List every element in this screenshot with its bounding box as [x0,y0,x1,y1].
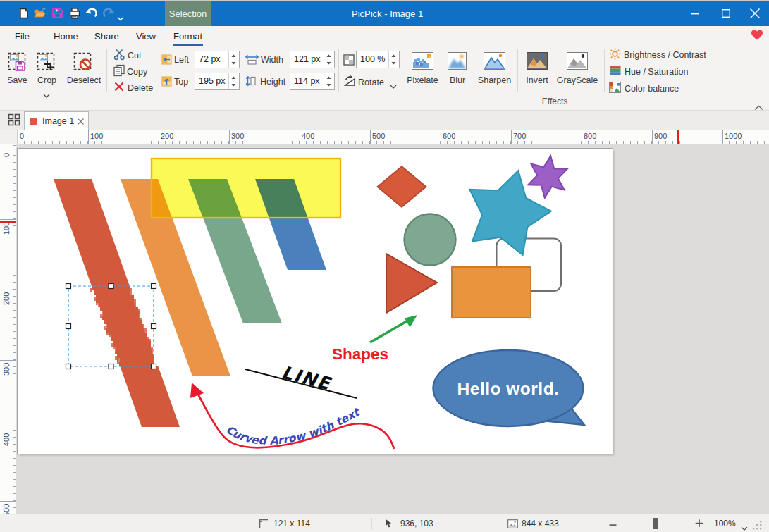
tab-image-1[interactable]: Image 1 [24,111,89,130]
bubble-text: Hello world. [457,379,560,398]
zoom-in-icon[interactable] [695,518,703,531]
rotate-button[interactable]: Rotate [344,76,384,89]
selection-handle-sw[interactable] [66,364,71,369]
pixelated-region [90,286,154,366]
save-button[interactable]: Save [1,75,33,85]
zoom-percent-input[interactable]: 100 % [356,51,400,68]
width-field-label: Width [261,55,283,65]
selection-handle-s[interactable] [109,364,113,369]
speech-bubble: Hello world. [433,350,585,426]
redo-icon[interactable] [103,8,114,19]
zoom-percent-icon [343,54,355,68]
tab-document-icon [30,118,37,125]
quick-access-dropdown-icon[interactable] [117,11,124,24]
left-input[interactable]: 72 px [195,51,240,68]
top-spinner[interactable] [228,73,239,89]
zoom-out-icon[interactable] [609,519,617,532]
selection-handle-ne[interactable] [152,284,156,289]
zoom-slider-handle[interactable] [653,518,658,529]
heart-icon[interactable] [751,29,763,41]
save-selection-icon [8,51,27,75]
zoom-dropdown-icon[interactable] [741,521,748,532]
crop-dropdown-icon[interactable] [43,88,50,101]
image-size-icon [507,519,518,531]
cut-button[interactable]: Cut [113,49,141,62]
deselect-icon [73,51,92,75]
h-ruler-label: 100 [90,132,103,140]
zoom-level-value: 100% [714,519,736,528]
rotate-dropdown-icon[interactable] [390,79,397,92]
blur-button[interactable]: Blur [443,75,472,85]
zoom-percent-spinner[interactable] [388,51,399,68]
vertical-ruler[interactable]: 0 100 200 300 400 500 [0,144,16,514]
height-spinner[interactable] [324,73,334,89]
selection-handle-e[interactable] [152,324,156,329]
selection-handle-w[interactable] [66,324,71,329]
resize-grip-icon[interactable] [753,521,763,532]
ribbon: Save Crop Deselect Cut Copy Delete [0,46,769,111]
horizontal-ruler[interactable]: 0 100 200 300 400 500 600 700 800 900 10… [18,130,769,144]
close-button[interactable] [739,1,769,25]
minimize-button[interactable] [679,1,710,25]
blur-icon [448,52,467,73]
top-input[interactable]: 195 px [195,73,240,90]
selection-handle-se[interactable] [152,364,156,369]
picpick-window: Selection PicPick - Image 1 File Home Sh… [0,0,769,532]
left-field-icon [161,54,172,68]
grayscale-button[interactable]: GrayScale [556,75,598,85]
canvas-artwork: Shapes LINE Curved Arrow with text [18,149,613,454]
brightness-icon [609,48,621,63]
deselect-button[interactable]: Deselect [63,75,104,85]
title-bar: Selection PicPick - Image 1 [0,1,769,26]
hue-saturation-button[interactable]: Hue / Saturation [610,66,688,78]
menu-format[interactable]: Format [173,26,202,46]
menu-view[interactable]: View [136,26,156,46]
rotate-icon [344,75,356,89]
yellow-rectangle [152,159,340,218]
window-title: PicPick - Image 1 [352,1,423,26]
green-arrow [370,315,417,342]
copy-button[interactable]: Copy [113,66,147,78]
width-input[interactable]: 121 px [290,51,335,68]
selection-handle-nw[interactable] [66,284,71,289]
line-text: LINE [279,362,333,395]
ruler-corner [0,130,18,144]
cut-icon [113,49,125,63]
image-size-value: 844 x 433 [522,519,559,528]
six-point-star-shape [528,156,567,197]
sharpen-button[interactable]: Sharpen [475,75,514,85]
image-canvas[interactable]: Shapes LINE Curved Arrow with text [18,149,613,454]
menu-home[interactable]: Home [54,26,78,46]
print-icon[interactable] [69,8,80,19]
brightness-contrast-button[interactable]: Brightness / Contrast [609,49,706,61]
invert-button[interactable]: Invert [518,75,556,85]
tab-close-icon[interactable] [77,118,85,125]
open-file-icon[interactable] [34,8,45,19]
pixelate-button[interactable]: Pixelate [403,75,442,85]
maximize-button[interactable] [710,1,742,25]
tab-grid-icon[interactable] [8,113,20,129]
pixelate-icon [412,52,433,73]
undo-icon[interactable] [85,8,96,19]
new-file-icon[interactable] [18,8,30,19]
color-balance-button[interactable]: Color balance [609,82,679,95]
circle-shape [405,214,456,266]
selection-handle-n[interactable] [109,284,113,289]
v-ruler-label: 200 [2,292,11,305]
invert-icon [527,52,548,73]
height-input[interactable]: 114 px [290,73,335,90]
width-spinner[interactable] [324,51,334,68]
left-field-label: Left [174,55,189,65]
effects-group-label: Effects [493,97,616,106]
crop-button[interactable]: Crop [31,75,63,85]
menu-file[interactable]: File [15,26,30,46]
delete-button[interactable]: Delete [113,82,153,94]
menu-share[interactable]: Share [94,26,119,46]
h-ruler-label: 200 [161,132,173,140]
h-ruler-label: 1000 [725,132,742,140]
save-file-icon[interactable] [52,8,63,19]
height-field-icon [245,75,257,89]
selection-size-icon [259,519,269,531]
left-spinner[interactable] [228,51,239,68]
h-ruler-label: 900 [654,132,667,140]
